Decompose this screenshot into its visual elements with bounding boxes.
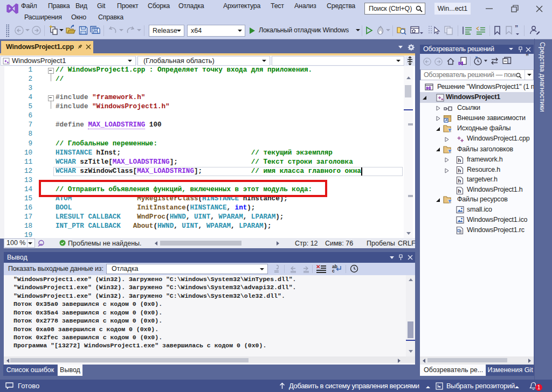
svg-text:h: h	[458, 157, 461, 163]
svg-text:h: h	[458, 167, 461, 173]
svg-text:c: c	[332, 268, 335, 274]
svg-text:h: h	[458, 178, 461, 184]
svg-text:h: h	[458, 188, 461, 194]
